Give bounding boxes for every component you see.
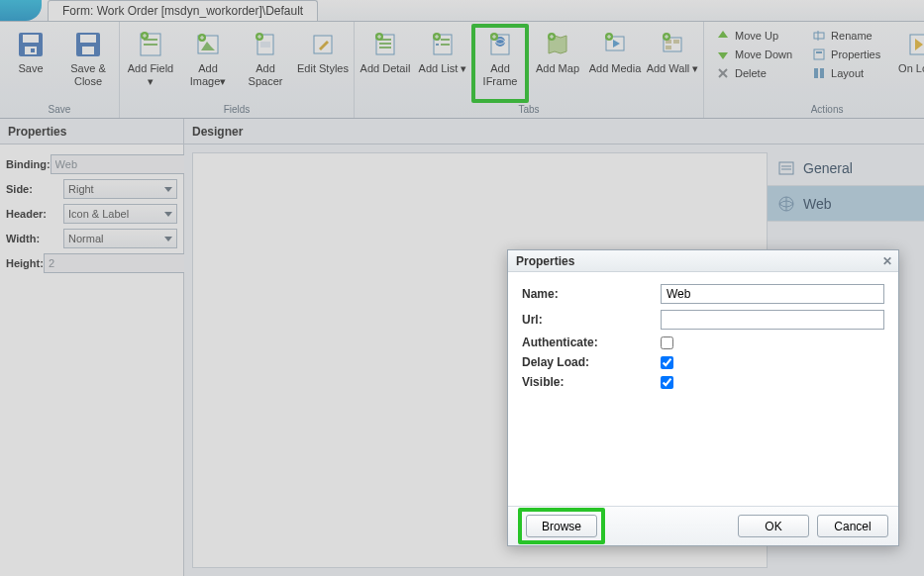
save-close-button[interactable]: Save & Close: [59, 24, 117, 103]
add-iframe-button[interactable]: Add IFrame: [471, 24, 529, 103]
svg-rect-54: [673, 40, 679, 44]
svg-rect-67: [814, 68, 818, 78]
titlebar: Form: Work Order [msdyn_workorder]\Defau…: [0, 0, 924, 22]
properties-dialog: Properties ✕ Name: Url: Authenticate: De…: [507, 249, 899, 546]
add-media-button[interactable]: Add Media: [586, 24, 644, 103]
rename-button[interactable]: Rename: [808, 28, 884, 44]
add-map-label: Add Map: [536, 62, 579, 75]
name-input[interactable]: [661, 284, 884, 304]
ok-button[interactable]: OK: [738, 515, 809, 537]
cancel-button[interactable]: Cancel: [817, 515, 888, 537]
add-field-icon: [135, 29, 166, 60]
designer-panel-header: Designer: [184, 119, 924, 144]
move-down-label: Move Down: [735, 48, 792, 60]
properties-icon: [812, 48, 826, 61]
layout-icon: [812, 66, 826, 80]
svg-rect-1: [23, 35, 39, 43]
add-media-icon: [599, 29, 631, 60]
move-down-button[interactable]: Move Down: [712, 47, 796, 62]
authenticate-checkbox[interactable]: [661, 336, 673, 349]
rename-icon: [812, 29, 826, 43]
on-load-label: On Load: [898, 62, 924, 75]
add-map-button[interactable]: Add Map: [529, 24, 586, 103]
delay-load-checkbox[interactable]: [661, 356, 673, 369]
browse-button[interactable]: Browse: [526, 515, 597, 537]
add-image-button[interactable]: Add Image▾: [179, 24, 237, 103]
visible-checkbox[interactable]: [661, 376, 673, 389]
floppy-close-icon: [72, 29, 104, 60]
add-field-button[interactable]: Add Field ▾: [122, 24, 179, 103]
svg-rect-19: [260, 42, 270, 48]
globe-icon: [777, 195, 795, 213]
add-wall-button[interactable]: Add Wall ▾: [644, 24, 701, 103]
add-wall-icon: [657, 29, 688, 60]
add-list-icon: [427, 29, 459, 60]
visible-label: Visible:: [522, 375, 661, 389]
browse-highlight: Browse: [518, 508, 605, 544]
rename-label: Rename: [831, 30, 873, 42]
dialog-body: Name: Url: Authenticate: Delay Load: Vis…: [508, 272, 898, 506]
back-button[interactable]: [0, 0, 42, 21]
dialog-title: Properties: [516, 254, 574, 268]
chevron-down-icon: [164, 212, 172, 217]
add-detail-icon: [369, 29, 401, 60]
header-value: Icon & Label: [68, 208, 129, 220]
layout-label: Layout: [831, 67, 864, 79]
svg-rect-71: [779, 162, 793, 174]
arrow-up-icon: [716, 29, 730, 43]
width-select[interactable]: Normal: [63, 229, 177, 248]
svg-marker-60: [718, 52, 728, 59]
url-label: Url:: [522, 313, 661, 327]
chevron-down-icon: [164, 237, 172, 241]
delete-button[interactable]: Delete: [712, 65, 796, 81]
delete-icon: [716, 66, 730, 80]
ribbon-group-actions-label: Actions: [706, 103, 924, 117]
add-list-button[interactable]: Add List ▾: [414, 24, 471, 103]
side-select[interactable]: Right: [63, 179, 177, 199]
add-spacer-button[interactable]: Add Spacer: [237, 24, 294, 103]
form-tab[interactable]: Form: Work Order [msdyn_workorder]\Defau…: [48, 0, 318, 21]
ribbon: Save Save & Close Save Add Field ▾: [0, 22, 924, 119]
ribbon-group-tabs-label: Tabs: [357, 103, 701, 117]
move-up-button[interactable]: Move Up: [712, 28, 796, 44]
svg-rect-3: [31, 48, 35, 52]
svg-rect-6: [82, 47, 94, 54]
layout-button[interactable]: Layout: [808, 65, 884, 81]
list-icon: [777, 159, 795, 177]
add-spacer-icon: [250, 29, 281, 60]
tab-general-label: General: [803, 160, 853, 176]
header-select[interactable]: Icon & Label: [63, 204, 177, 224]
url-input[interactable]: [661, 310, 884, 330]
tab-general[interactable]: General: [768, 150, 924, 186]
ribbon-group-actions: Move Up Move Down Delete Rename: [704, 22, 924, 118]
add-image-label: Add Image▾: [181, 62, 235, 88]
edit-styles-button[interactable]: Edit Styles: [294, 24, 352, 103]
side-value: Right: [68, 183, 94, 195]
svg-rect-26: [379, 43, 391, 45]
add-map-icon: [542, 29, 573, 60]
save-close-label: Save & Close: [61, 62, 115, 88]
ribbon-group-save: Save Save & Close Save: [0, 22, 120, 118]
edit-styles-label: Edit Styles: [297, 62, 349, 75]
add-wall-label: Add Wall ▾: [647, 62, 699, 75]
header-prop-label: Header:: [6, 208, 63, 220]
svg-rect-65: [814, 49, 824, 59]
on-load-button[interactable]: On Load: [890, 24, 924, 103]
delay-load-label: Delay Load:: [522, 355, 661, 369]
ribbon-group-fields-label: Fields: [122, 103, 352, 117]
tab-web[interactable]: Web: [768, 186, 924, 222]
on-load-icon: [903, 29, 924, 60]
save-button[interactable]: Save: [2, 24, 59, 103]
properties-button[interactable]: Properties: [808, 47, 884, 62]
save-label: Save: [18, 62, 43, 75]
height-label: Height:: [6, 257, 44, 269]
add-detail-button[interactable]: Add Detail: [357, 24, 414, 103]
panels-header: Properties Designer: [0, 119, 924, 144]
delete-label: Delete: [735, 67, 767, 79]
arrow-down-icon: [716, 48, 730, 61]
svg-rect-55: [666, 46, 671, 49]
close-icon[interactable]: ✕: [882, 254, 892, 268]
add-list-label: Add List ▾: [419, 62, 467, 75]
svg-rect-35: [441, 44, 450, 46]
add-media-label: Add Media: [589, 62, 642, 75]
